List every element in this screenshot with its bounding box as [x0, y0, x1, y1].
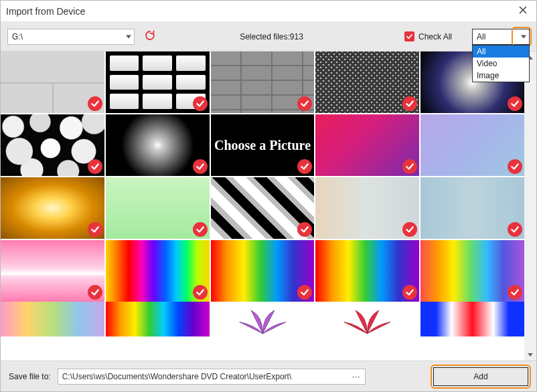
filter-dropdown: All Video Image: [472, 45, 530, 82]
add-button[interactable]: Add: [433, 367, 528, 386]
thumbnail-item[interactable]: [315, 302, 419, 336]
filter-option-all[interactable]: All: [473, 45, 529, 58]
thumbnail-item[interactable]: [315, 114, 419, 176]
drive-select[interactable]: G:\: [7, 29, 135, 45]
thumbnail-item[interactable]: [1, 52, 104, 113]
content-area: Choose a Picture: [1, 52, 536, 361]
chevron-down-icon: [126, 35, 131, 38]
thumbnail-item[interactable]: [1, 114, 104, 176]
filter-option-image[interactable]: Image: [473, 70, 529, 82]
filter-option-video[interactable]: Video: [473, 58, 529, 70]
thumbnail-item[interactable]: [1, 302, 104, 336]
drive-select-value: G:\: [12, 32, 23, 41]
thumbnail-item[interactable]: [211, 52, 315, 113]
thumbnail-item[interactable]: [211, 177, 315, 239]
selected-check-icon: [193, 159, 208, 174]
flower-icon: [315, 302, 419, 336]
scroll-down-button[interactable]: [524, 349, 536, 361]
thumbnail-item[interactable]: [420, 240, 524, 302]
add-button-label: Add: [473, 372, 487, 381]
selected-check-icon: [508, 285, 522, 300]
save-path-input[interactable]: C:\Users\ws\Documents\Wondershare DVD Cr…: [58, 369, 366, 385]
checkbox-checked-icon: [404, 31, 414, 41]
thumbnail-item[interactable]: [106, 177, 210, 239]
selected-check-icon: [508, 222, 522, 237]
thumbnail-item[interactable]: [315, 52, 419, 113]
thumbnail-grid-wrap: Choose a Picture: [1, 52, 524, 361]
titlebar: Import from Device: [1, 1, 536, 22]
thumbnail-item[interactable]: [315, 177, 419, 239]
thumbnail-item[interactable]: [106, 240, 210, 302]
save-file-to-label: Save file to:: [9, 372, 51, 381]
flower-icon: [211, 302, 315, 336]
thumbnail-item[interactable]: [211, 302, 315, 336]
filter-select[interactable]: All: [472, 29, 530, 45]
selected-check-icon: [193, 222, 208, 237]
thumbnail-item[interactable]: [106, 52, 210, 113]
import-from-device-window: Import from Device G:\ Selected files:91…: [0, 0, 537, 392]
chevron-down-icon: [528, 353, 533, 357]
bottom-bar: Save file to: C:\Users\ws\Documents\Wond…: [1, 361, 536, 391]
selected-check-icon: [193, 285, 208, 300]
filter-select-value: All: [477, 32, 485, 41]
scroll-track[interactable]: [524, 64, 536, 349]
vertical-scrollbar[interactable]: [524, 52, 536, 361]
save-path-value: C:\Users\ws\Documents\Wondershare DVD Cr…: [62, 372, 348, 381]
selected-check-icon: [508, 159, 522, 174]
thumbnail-grid-row-partial: [1, 302, 524, 336]
thumbnail-item[interactable]: [106, 302, 210, 336]
thumbnail-item[interactable]: [315, 240, 419, 302]
thumbnail-item[interactable]: [1, 240, 104, 302]
selected-check-icon: [193, 96, 208, 111]
thumbnail-item[interactable]: [420, 302, 524, 336]
window-title: Import from Device: [6, 6, 515, 17]
selected-check-icon: [508, 96, 522, 111]
filter-wrap: All All Video Image: [472, 29, 530, 45]
thumbnail-item[interactable]: [1, 177, 104, 239]
refresh-icon: [144, 29, 156, 43]
browse-button[interactable]: ···: [352, 372, 361, 381]
selected-files-label: Selected files:913: [240, 32, 303, 41]
thumbnail-item[interactable]: [106, 114, 210, 176]
thumbnail-item[interactable]: [211, 240, 315, 302]
check-all-label: Check All: [418, 32, 452, 41]
selected-check-icon: [88, 285, 102, 300]
thumbnail-item[interactable]: Choose a Picture: [211, 114, 315, 176]
close-button[interactable]: [515, 3, 531, 19]
thumbnail-grid: Choose a Picture: [1, 52, 524, 302]
selected-check-icon: [88, 222, 102, 237]
refresh-button[interactable]: [141, 28, 159, 45]
check-all[interactable]: Check All: [404, 31, 452, 41]
chevron-down-icon: [521, 35, 526, 38]
toolbar: G:\ Selected files:913 Check All All All: [1, 22, 536, 52]
thumbnail-item[interactable]: [420, 177, 524, 239]
close-icon: [519, 6, 527, 16]
thumbnail-item[interactable]: [420, 114, 524, 176]
selected-check-icon: [88, 159, 102, 174]
selected-check-icon: [88, 96, 102, 111]
